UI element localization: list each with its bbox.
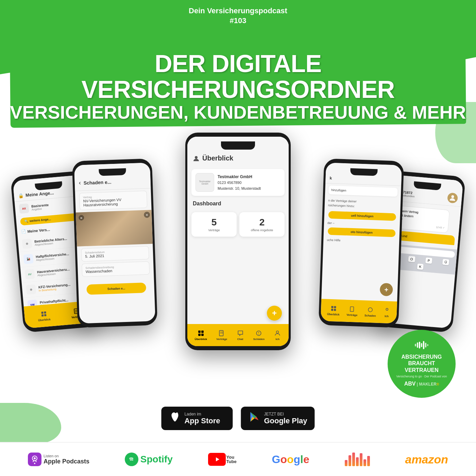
google-g: G <box>272 453 280 465</box>
svg-point-8 <box>195 156 198 159</box>
amazon-text: amazon <box>405 453 448 466</box>
apple-icon <box>169 411 181 426</box>
phone-3-nav-contracts[interactable]: Verträge <box>216 329 227 341</box>
svg-rect-29 <box>417 342 418 348</box>
company-logo: Testmakler GmbH <box>196 173 214 192</box>
apple-store-text: Laden im App Store <box>184 412 220 425</box>
phone-4-screen: k hinzufügen n die Verträge deinerrsiche… <box>321 163 402 323</box>
chat-nav-icon <box>237 329 244 337</box>
apple-podcasts[interactable]: Listen on Apple Podcasts <box>28 453 89 466</box>
dashboard-cards: 5 Verträge 2 offene Angebote <box>187 209 289 240</box>
svg-rect-24 <box>350 307 354 311</box>
podcast-title: Dein Versicherungspodcast <box>189 6 287 16</box>
phone-1-item-4-icon: AV <box>24 269 35 279</box>
phone-2-submit-btn[interactable]: Schaden e... <box>86 283 146 295</box>
phone-4-or: der – <box>324 220 400 228</box>
phone-4: k hinzufügen n die Verträge deinerrsiche… <box>319 158 404 328</box>
svg-rect-31 <box>421 343 422 347</box>
apple-podcasts-text: Listen on Apple Podcasts <box>44 454 89 465</box>
phone-4-item-1: hinzufügen <box>328 186 398 197</box>
back-arrow-icon: ‹ <box>79 179 81 186</box>
svg-rect-10 <box>201 330 204 333</box>
svg-point-19 <box>276 331 279 333</box>
phone-3-nav-overview[interactable]: Überblick <box>195 329 207 341</box>
contracts-nav-icon <box>218 329 225 337</box>
svg-rect-33 <box>425 343 426 347</box>
phone-3-nav-chat[interactable]: Chat <box>237 329 244 341</box>
phone-1-item-3-icon: 🚂 <box>23 254 33 264</box>
chat-msg-2: Und <box>398 231 455 245</box>
apple-store-btn[interactable]: Laden im App Store <box>161 407 233 430</box>
deezer[interactable] <box>345 453 370 466</box>
svg-point-38 <box>34 463 35 464</box>
nav-contracts-icon <box>348 305 356 313</box>
svg-point-18 <box>259 334 259 335</box>
phone-3: Überblick Testmakler GmbH Testmakler Gmb… <box>185 133 291 350</box>
person-icon <box>193 155 200 162</box>
phone-3-nav-ich[interactable]: Ich <box>274 329 281 341</box>
youtube-logo-combined: You Tube <box>208 453 237 466</box>
amazon[interactable]: amazon <box>405 453 448 466</box>
svg-marker-40 <box>216 457 219 461</box>
nav-schaden-icon <box>367 306 374 314</box>
phone-4-desc: n die Verträge deinerrsicherungen hinzu: <box>324 196 401 212</box>
svg-rect-9 <box>198 330 201 333</box>
phone-1-title: Meine Ange... <box>26 190 54 198</box>
svg-point-25 <box>368 308 372 312</box>
google-play-btn[interactable]: JETZT BEI Google Play <box>241 407 314 430</box>
svg-rect-3 <box>44 314 47 317</box>
phone-3-fab[interactable]: + <box>267 306 282 321</box>
google-o1: o <box>280 453 287 465</box>
google-l: l <box>300 453 303 465</box>
svg-rect-1 <box>44 311 46 314</box>
phone-3-nav-schaden[interactable]: Schäden <box>253 329 265 341</box>
phone-1-lock-icon: 🔒 <box>18 193 24 198</box>
dash-card-offers: 2 offene Angebote <box>239 212 285 237</box>
deezer-bar-2 <box>348 455 351 466</box>
phone-4-photo-btn[interactable]: oto hinzufügen <box>328 227 396 237</box>
google-e: e <box>303 453 309 465</box>
google[interactable]: Google <box>272 453 309 466</box>
podcast-bar: Listen on Apple Podcasts Spotify You Tub… <box>0 442 476 476</box>
google-play-icon <box>248 411 260 426</box>
abv-circle: ABSICHERUNGBRAUCHTVERTRAUEN Versicherung… <box>388 330 456 398</box>
phone-4-fab[interactable]: + <box>380 283 393 296</box>
apple-podcasts-icon <box>28 453 41 466</box>
phone-3-title: Überblick <box>202 154 233 162</box>
svg-point-27 <box>451 195 454 198</box>
youtube-icon <box>208 453 226 466</box>
phone-4-nav-3[interactable]: Schaden <box>364 306 376 317</box>
svg-point-37 <box>34 457 36 459</box>
schaden-nav-icon <box>255 329 262 337</box>
google-play-text: JETZT BEI Google Play <box>264 412 307 425</box>
store-buttons: Laden im App Store JETZT BEI Google Play <box>161 407 314 430</box>
phone-4-nav-2[interactable]: Verträge <box>346 305 358 317</box>
svg-point-26 <box>386 308 388 310</box>
deezer-bar-4 <box>356 457 359 466</box>
youtube-text: You Tube <box>226 455 237 464</box>
svg-rect-11 <box>198 334 201 336</box>
podcast-label: Dein Versicherungspodcast #103 <box>189 6 287 26</box>
youtube[interactable]: You Tube <box>208 453 237 466</box>
phone-1-item-5-icon: ⊕ <box>26 284 36 294</box>
phone-1-nav-1[interactable]: Überblick <box>37 310 51 322</box>
phone-2-header: ‹ Schaden e... <box>74 163 151 191</box>
phone-2-date-field: Schadensdatum 5. Juli 2021 <box>81 246 149 262</box>
spotify[interactable]: Spotify <box>125 453 173 466</box>
phone-4-add-btn[interactable]: uell hinzufügen <box>328 211 396 221</box>
phone-3-company: Testmakler GmbH Testmakler GmbH 0123 456… <box>191 169 285 196</box>
profile-nav-icon <box>274 329 281 337</box>
nav-profile-icon <box>383 306 391 314</box>
headline-sub: VERSICHERUNGEN, KUNDENBETREUUNG & MEHR <box>7 102 469 122</box>
svg-rect-23 <box>334 309 336 311</box>
phone-2-submit-area: Schaden e... <box>82 281 150 296</box>
phone-4-help: uche Hilfe <box>323 236 400 246</box>
dash-card-contracts: 5 Verträge <box>191 212 237 237</box>
phone-4-nav-4[interactable]: Ich <box>383 306 391 318</box>
overview-nav-icon <box>197 329 205 337</box>
phone-3-nav: Überblick Verträge Chat <box>187 324 289 346</box>
phone-4-nav-1[interactable]: Überblick <box>327 305 340 316</box>
phone-2-flood-image: ✕ <box>76 210 153 247</box>
podcast-wave-icon <box>415 341 428 352</box>
deezer-bar-6 <box>363 459 366 466</box>
